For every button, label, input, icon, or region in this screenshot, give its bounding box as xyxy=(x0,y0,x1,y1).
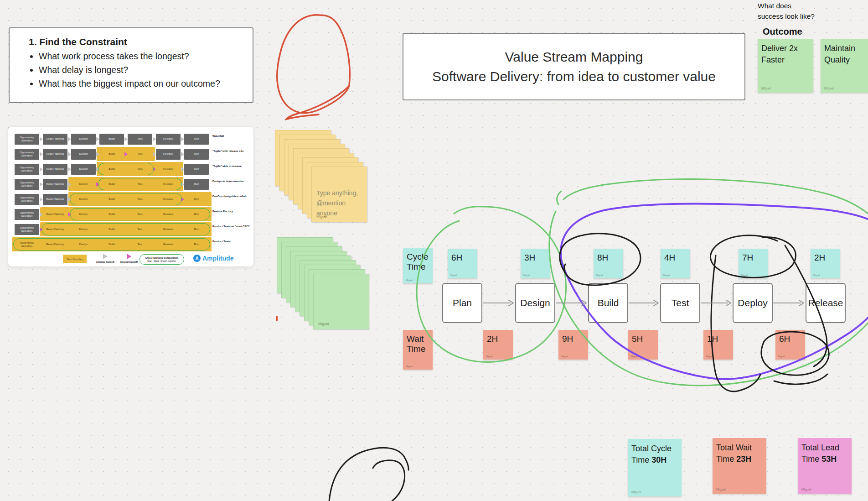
process-map-cell: Build xyxy=(99,134,124,145)
process-map-row-label: Design as team member xyxy=(212,180,252,183)
note-text: 7H xyxy=(742,253,765,263)
sketch-black-bottom[interactable] xyxy=(329,448,408,501)
process-map-cell: Release xyxy=(156,134,181,145)
constraint-question-box[interactable]: 1. Find the Constraint What work process… xyxy=(9,27,253,103)
note-text: 6H xyxy=(779,334,801,344)
flow-arrowhead-icon xyxy=(654,300,658,306)
wait-time-note[interactable]: 2HMiguel xyxy=(483,330,513,360)
total-note[interactable]: Total Wait Time 23HMiguel xyxy=(713,438,766,494)
process-map-cell: Design xyxy=(71,179,96,190)
external-handoff-arrow-icon xyxy=(181,167,184,172)
process-map-row-label: Product Team w/ "mini CEO" xyxy=(212,225,252,229)
outcome-note[interactable]: Deliver 2x FasterMiguel xyxy=(758,39,813,93)
stacked-sticky-note[interactable]: Type anything, @mention anyoneMiguel xyxy=(311,167,367,222)
process-step-box[interactable]: Deploy xyxy=(733,283,773,323)
note-author: Miguel xyxy=(561,355,568,358)
wait-time-label-note[interactable]: Wait TimeMiguel xyxy=(403,330,433,370)
process-map-cell: Test xyxy=(128,149,152,160)
process-map-cell: Opportunity Selection xyxy=(15,149,39,160)
note-text: Total Cycle Time 30H xyxy=(631,443,678,466)
question-list: What work process takes the longest?What… xyxy=(31,49,243,90)
external-handoff-arrow-icon xyxy=(68,167,71,172)
flow-arrowhead-icon xyxy=(509,300,513,306)
red-pen-dot[interactable] xyxy=(276,316,278,321)
process-map-row-label: "Agile" able to release xyxy=(212,165,252,168)
note-author: Miguel xyxy=(523,274,530,277)
flow-arrowhead-icon xyxy=(582,300,586,306)
board-title-box[interactable]: Value Stream Mapping Software Delivery: … xyxy=(403,33,745,100)
note-text: 8H xyxy=(597,253,620,263)
process-map-row: Opportunity SelectionReqs PlanningDesign… xyxy=(8,148,253,160)
process-map-cell: Release xyxy=(156,164,181,175)
wait-time-note[interactable]: 6HMiguel xyxy=(775,330,805,360)
note-text: 4H xyxy=(664,253,687,263)
process-map-image[interactable]: Opportunity SelectionReqs PlanningDesign… xyxy=(8,126,254,267)
wait-time-note[interactable]: 1HMiguel xyxy=(703,330,733,360)
process-map-cell: Run xyxy=(184,134,209,145)
cycle-time-label-note[interactable]: Cycle TimeMiguel xyxy=(403,248,433,283)
note-author: Miguel xyxy=(813,274,820,277)
process-map-cell: Run xyxy=(184,179,209,190)
process-map-cell: Opportunity Selection xyxy=(15,179,39,190)
legend-team-boundary: Team Boundary xyxy=(63,255,87,263)
note-author: Miguel xyxy=(706,355,713,358)
note-author: Miguel xyxy=(631,491,641,494)
external-handoff-arrow-icon xyxy=(40,197,43,202)
process-map-row-label: Feature Factory xyxy=(212,210,252,214)
external-handoff-arrow-icon xyxy=(124,137,128,141)
process-map-cell: Reqs Planning xyxy=(43,164,67,175)
note-author: Miguel xyxy=(741,274,748,277)
stacked-sticky-note[interactable]: Miguel xyxy=(313,274,369,329)
total-note[interactable]: Total Lead Time 53HMiguel xyxy=(798,438,852,494)
process-step-box[interactable]: Plan xyxy=(442,283,482,323)
process-map-cell: Opportunity Selection xyxy=(15,164,39,175)
process-map-cell: Opportunity Selection xyxy=(15,224,39,235)
process-map-row: Opportunity SelectionReqs PlanningDesign… xyxy=(8,163,253,175)
note-text: 2H xyxy=(487,334,509,344)
note-author: Miguel xyxy=(631,355,638,358)
external-handoff-arrow-icon xyxy=(40,212,43,217)
process-map-cell: Design xyxy=(71,149,96,160)
cycle-time-note[interactable]: 4HMiguel xyxy=(661,249,690,278)
process-map-row-label: "Agile" with release silo xyxy=(212,150,252,153)
wait-time-note[interactable]: 5HMiguel xyxy=(628,330,658,360)
cycle-time-note[interactable]: 7HMiguel xyxy=(739,249,768,278)
cycle-time-note[interactable]: 8HMiguel xyxy=(594,249,623,278)
process-map-cell: Opportunity Selection xyxy=(15,134,39,145)
board-title-line2: Software Delivery: from idea to customer… xyxy=(432,69,716,84)
external-handoff-arrow-icon xyxy=(68,182,71,187)
process-step-box[interactable]: Release xyxy=(806,283,846,323)
external-handoff-arrow-icon xyxy=(181,137,184,141)
wait-time-note[interactable]: 9HMiguel xyxy=(558,330,588,360)
process-step-box[interactable]: Test xyxy=(660,283,700,323)
note-author: Miguel xyxy=(318,322,329,326)
collaboration-loop xyxy=(13,238,210,250)
process-step-box[interactable]: Build xyxy=(588,283,628,323)
question-bullet: What has the biggest impact on our outco… xyxy=(39,77,243,90)
note-text: Total Wait Time 23H xyxy=(716,442,763,465)
external-handoff-arrow-icon xyxy=(68,152,71,157)
note-text: Deliver 2x Faster xyxy=(761,43,810,66)
note-text: 5H xyxy=(632,334,654,344)
process-map-cell: Reqs Planning xyxy=(43,149,67,160)
note-author: Miguel xyxy=(716,488,726,491)
note-text: 1H xyxy=(707,334,729,344)
process-map-cell: Release xyxy=(156,149,181,160)
outcome-heading[interactable]: Outcome xyxy=(763,26,802,37)
note-author: Miguel xyxy=(316,214,327,219)
process-map-cell: Run xyxy=(184,149,209,160)
external-handoff-arrow-icon xyxy=(40,182,43,187)
total-note[interactable]: Total Cycle Time 30HMiguel xyxy=(628,439,682,496)
cycle-time-note[interactable]: 2HMiguel xyxy=(811,249,840,278)
whiteboard-canvas[interactable]: { "question_box": { "heading": "1. Find … xyxy=(0,0,868,501)
note-text: 2H xyxy=(814,253,837,263)
success-question-text[interactable]: What does success look like? xyxy=(758,0,815,21)
process-step-box[interactable]: Design xyxy=(515,283,555,323)
outcome-note[interactable]: Maintain QualityMiguel xyxy=(821,39,868,93)
note-author: Miguel xyxy=(778,355,785,358)
cycle-time-note[interactable]: 6HMiguel xyxy=(448,249,477,278)
sketch-red-circle[interactable] xyxy=(277,15,350,120)
cycle-time-note[interactable]: 3HMiguel xyxy=(521,249,550,278)
note-author: Miguel xyxy=(824,87,834,90)
internal-handoff-arrow-icon xyxy=(127,254,131,259)
